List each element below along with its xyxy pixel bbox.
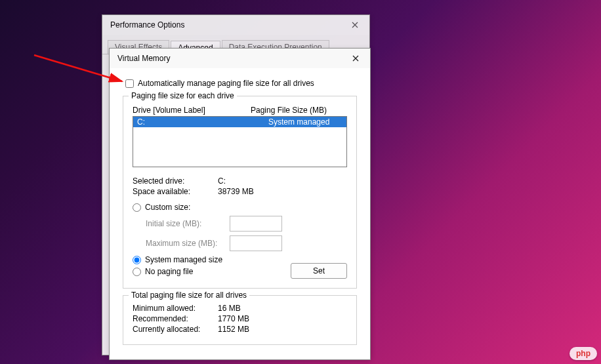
maximum-size-input[interactable] [230, 235, 282, 251]
current-value: 1152 MB [218, 325, 249, 334]
close-button[interactable] [346, 16, 364, 34]
paging-group-title: Paging file size for each drive [129, 91, 237, 100]
system-managed-label: System managed size [145, 255, 222, 264]
drive-paging-size: System managed [268, 117, 329, 127]
current-label: Currently allocated: [133, 325, 218, 334]
vm-titlebar: Virtual Memory [110, 49, 370, 68]
header-drive: Drive [Volume Label] [133, 106, 251, 115]
virtual-memory-dialog: Virtual Memory Automatically manage pagi… [109, 48, 371, 360]
vm-title: Virtual Memory [117, 54, 170, 63]
drive-list[interactable]: C: System managed [133, 116, 347, 167]
selected-drive-value: C: [218, 176, 226, 186]
auto-manage-label: Automatically manage paging file size fo… [138, 79, 314, 88]
watermark: php [570, 347, 597, 360]
minimum-value: 16 MB [218, 304, 241, 313]
drive-letter: C: [137, 117, 268, 127]
close-icon [352, 22, 358, 28]
recommended-label: Recommended: [133, 314, 218, 323]
drive-list-header: Drive [Volume Label] Paging File Size (M… [133, 106, 347, 115]
custom-size-label: Custom size: [145, 203, 190, 212]
set-button[interactable]: Set [291, 263, 347, 279]
vm-content: Automatically manage paging file size fo… [110, 68, 370, 359]
selected-drive-label: Selected drive: [133, 176, 218, 186]
minimum-label: Minimum allowed: [133, 304, 218, 313]
totals-title: Total paging file size for all drives [129, 291, 249, 300]
initial-size-label: Initial size (MB): [146, 219, 230, 228]
selected-info: Selected drive: C: Space available: 3873… [133, 176, 347, 196]
paging-file-group: Paging file size for each drive Drive [V… [123, 96, 357, 289]
window-title: Performance Options [110, 20, 184, 30]
titlebar: Performance Options [102, 15, 369, 35]
custom-size-radio[interactable] [133, 203, 141, 212]
totals-group: Total paging file size for all drives Mi… [123, 295, 357, 345]
space-available-label: Space available: [133, 187, 218, 196]
no-paging-label: No paging file [145, 267, 193, 276]
header-size: Paging File Size (MB) [251, 106, 327, 115]
initial-size-input[interactable] [230, 216, 282, 232]
no-paging-radio[interactable] [133, 268, 141, 276]
recommended-value: 1770 MB [218, 314, 249, 323]
auto-manage-checkbox[interactable] [125, 79, 134, 88]
drive-row[interactable]: C: System managed [133, 117, 346, 127]
size-inputs: Initial size (MB): Maximum size (MB): [146, 216, 347, 251]
custom-size-row: Custom size: [133, 203, 347, 212]
vm-close-button[interactable] [346, 49, 365, 68]
close-icon [352, 55, 359, 62]
maximum-size-label: Maximum size (MB): [146, 239, 230, 248]
space-available-value: 38739 MB [218, 187, 254, 196]
system-managed-radio[interactable] [133, 256, 141, 264]
